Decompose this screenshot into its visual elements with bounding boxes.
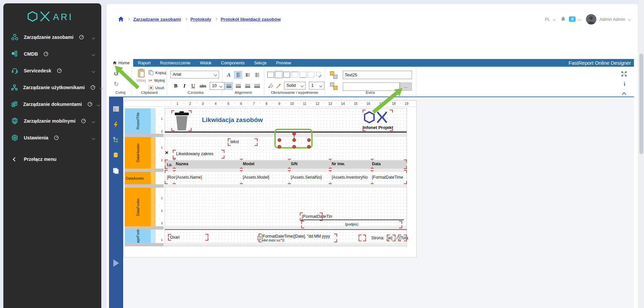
selection-rotate-handle[interactable] (292, 132, 296, 136)
checkbox-x-object[interactable]: × (165, 149, 168, 156)
report-tree-icon[interactable] (113, 137, 119, 144)
border-outside-button[interactable] (283, 71, 291, 78)
align-center-button[interactable] (234, 82, 242, 90)
events-lightning-icon[interactable] (113, 121, 119, 129)
border-bottom-button[interactable] (299, 71, 307, 78)
chevron-down-icon[interactable] (553, 17, 556, 21)
valign-center-button[interactable] (244, 71, 252, 79)
tab-raport[interactable]: Raport (133, 59, 155, 67)
info-button[interactable]: i (621, 80, 629, 88)
cut-button[interactable]: ✂ Wytnij (149, 78, 165, 83)
scrollbar-thumb[interactable] (639, 54, 643, 154)
breadcrumb-link-zasoby[interactable]: Zarządzanie zasobami (133, 17, 181, 22)
expression-more-button[interactable]: ... (400, 82, 412, 91)
align-right-button[interactable] (244, 82, 252, 90)
selection-handle[interactable] (292, 145, 296, 149)
user-avatar[interactable] (586, 14, 596, 24)
selection-handle[interactable] (307, 138, 311, 142)
footer-top-line-object[interactable] (165, 229, 407, 230)
language-selector[interactable]: PL (545, 17, 550, 22)
italic-button[interactable]: I (180, 82, 189, 90)
footer-slash-text[interactable]: / (396, 236, 397, 240)
tekst-text-object[interactable]: tekst (230, 139, 239, 144)
home-icon[interactable] (118, 16, 124, 22)
footer-pageno-text[interactable]: je] (388, 236, 392, 240)
send-to-back-button[interactable] (330, 82, 338, 90)
undo-button[interactable]: ↺ (114, 71, 119, 76)
sidebar-item-zasoby[interactable]: Zarządzanie zasobami (3, 29, 101, 46)
font-size-select[interactable]: 10 (210, 82, 224, 90)
logo-caption-text[interactable]: Infonet Projekt (363, 125, 393, 130)
sidebar-item-ustawienia[interactable]: Ustawienia (3, 129, 101, 146)
sidebar-item-servicedesk[interactable]: Servicedesk (3, 62, 101, 79)
sidebar-collapse-toggle[interactable]: Przełącz menu (3, 151, 101, 168)
tab-home[interactable]: Home (109, 59, 133, 67)
bring-to-front-button[interactable] (330, 71, 338, 79)
sidebar-item-uzytkownicy[interactable]: Zarządzanie użytkownikami (3, 79, 101, 96)
extra-expression-input[interactable] (343, 82, 400, 91)
underline-button[interactable]: U (189, 82, 197, 90)
date-field-text[interactable]: [FormatDateTin (302, 214, 332, 219)
table-data-cell[interactable]: [FormatDateTime (372, 175, 407, 180)
scope-label-text[interactable]: Likwidowany zakres (176, 151, 213, 156)
bold-button[interactable]: B (172, 82, 180, 90)
selection-handle[interactable] (278, 145, 281, 149)
selection-handle[interactable] (307, 145, 311, 149)
tab-widok[interactable]: Widok (195, 59, 216, 67)
table-data-cell[interactable]: [Row (167, 175, 175, 180)
valign-top-button[interactable] (234, 71, 242, 79)
paste-button[interactable]: Wklej (135, 69, 148, 82)
footer-strona-label[interactable]: Strona: (371, 236, 384, 240)
table-data-cell[interactable]: [Assets.SerialNo] (291, 175, 331, 180)
border-style-select[interactable]: Solid (284, 82, 306, 89)
band-label-reporttitle[interactable]: ReportTitle (125, 108, 151, 134)
notifications-bell-icon[interactable] (560, 16, 566, 22)
font-style-button[interactable]: A (225, 71, 233, 79)
fill-style-button[interactable] (275, 82, 283, 89)
object-name-input[interactable] (343, 71, 412, 79)
tab-preview[interactable]: Preview (271, 59, 296, 67)
infonet-logo-object[interactable] (363, 110, 392, 126)
table-data-cell[interactable]: [Assets.Name] (176, 175, 242, 180)
sidebar-item-cmdb[interactable]: CMDB (3, 46, 101, 62)
delete-button[interactable]: × Usuń (149, 85, 164, 90)
copy-button[interactable]: Kopiuj (149, 70, 166, 75)
border-none-button[interactable] (275, 71, 283, 78)
align-justify-button[interactable] (253, 82, 261, 90)
redo-button[interactable]: ↻ (114, 81, 119, 87)
band-label-pagefooter[interactable]: PageFooter (125, 230, 151, 243)
report-title-text[interactable]: Likwidacja zasobów (202, 116, 263, 124)
collapse-ribbon-button[interactable] (620, 89, 628, 97)
data-source-icon[interactable] (113, 152, 119, 160)
font-family-select[interactable]: Arial (170, 71, 219, 78)
border-edit-button[interactable] (315, 71, 323, 78)
table-data-cell[interactable]: [Assets.Model] (243, 175, 290, 180)
sidebar-item-dokumenty[interactable]: Zarządzanie dokumentami (3, 96, 101, 113)
signature-label-text[interactable]: (podpis) (301, 222, 402, 226)
border-inside-button[interactable] (307, 71, 315, 78)
sidebar-item-mobilne[interactable]: Zarządzanie mobilnymi (3, 113, 101, 129)
selection-handle[interactable] (292, 138, 296, 142)
strikethrough-button[interactable]: abc (198, 82, 208, 90)
chevron-down-icon[interactable] (578, 17, 582, 21)
tab-rozmieszczenie[interactable]: Rozmieszczenie (155, 59, 195, 67)
preview-play-button[interactable] (113, 259, 119, 267)
signature-line-object[interactable] (301, 220, 404, 220)
pages-copy-icon[interactable] (113, 168, 119, 175)
footer-left-text[interactable]: Oxari (170, 235, 180, 240)
align-left-button[interactable] (225, 82, 233, 90)
fill-color-button[interactable] (267, 82, 275, 89)
chevron-down-icon[interactable] (628, 17, 631, 21)
breadcrumb-link-protokoly[interactable]: Protokoły (191, 17, 211, 22)
border-all-button[interactable] (267, 71, 275, 78)
band-label-dataassets[interactable]: DataAssets (125, 172, 151, 184)
band-label-dataheader[interactable]: DataHeader (125, 137, 151, 169)
tab-components[interactable]: Components (216, 59, 250, 67)
footer-datetime-text[interactable]: [FormatDateTime([Date], "dd.MM.yyyy HH:m… (262, 234, 337, 242)
tab-sekcje[interactable]: Sekcje (250, 59, 272, 67)
footer-total-text[interactable]: [Tota (399, 236, 408, 240)
properties-panel-icon[interactable] (113, 106, 119, 113)
fullscreen-button[interactable] (620, 70, 628, 78)
border-top-button[interactable] (291, 71, 299, 78)
valign-bottom-button[interactable] (253, 71, 261, 79)
